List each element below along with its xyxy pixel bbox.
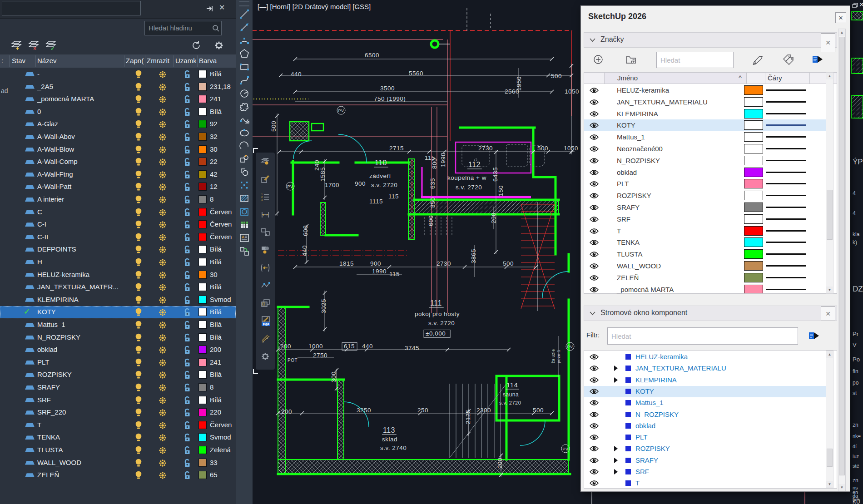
tag-row[interactable]: WALL_WOOD <box>584 260 829 272</box>
layer-lock-icon[interactable] <box>183 183 192 192</box>
layer-color-swatch[interactable] <box>198 308 207 316</box>
layer-on-icon[interactable] <box>134 232 143 242</box>
layer-freeze-icon[interactable] <box>159 258 167 267</box>
visibility-eye-icon[interactable] <box>590 287 599 293</box>
layer-table-header[interactable]: : Stav Název Zapn( Zmrazit Uzamk Barva <box>0 54 236 68</box>
visibility-eye-icon[interactable] <box>590 411 599 418</box>
layer-lock-icon[interactable] <box>183 383 192 392</box>
layer-freeze-icon[interactable] <box>159 196 167 204</box>
layer-freeze-icon[interactable] <box>159 233 167 242</box>
layer-row[interactable]: A-Wall-Blow30 <box>0 143 236 156</box>
visibility-eye-icon[interactable] <box>590 122 599 128</box>
expand-arrow-icon[interactable] <box>614 469 618 474</box>
layer-color-swatch[interactable] <box>198 296 207 304</box>
tag-linetype-sample[interactable] <box>766 101 806 103</box>
visibility-eye-icon[interactable] <box>590 377 599 383</box>
layer-row[interactable]: A-Wall-Ftng42 <box>0 168 236 181</box>
pencil-entity-icon[interactable] <box>256 170 275 188</box>
layer-lock-icon[interactable] <box>183 459 192 468</box>
layer-on-icon[interactable] <box>134 82 143 92</box>
layer-color-swatch[interactable] <box>198 158 207 166</box>
component-tree-row[interactable]: Mattus_1 <box>584 397 829 409</box>
tag-row[interactable]: PLT <box>584 178 829 190</box>
tag-row[interactable]: _pomocná MARTA <box>584 284 829 294</box>
layer-lock-icon[interactable] <box>183 421 192 430</box>
tag-linetype-sample[interactable] <box>766 253 806 255</box>
layer-color-swatch[interactable] <box>198 233 207 241</box>
visibility-eye-icon[interactable] <box>590 87 599 94</box>
layer-on-icon[interactable] <box>134 119 143 129</box>
layer-row[interactable]: -Bílá <box>0 68 236 80</box>
tag-color-swatch[interactable] <box>744 120 763 130</box>
tag-linetype-sample[interactable] <box>766 207 806 208</box>
visibility-eye-icon[interactable] <box>590 111 599 117</box>
visibility-eye-icon[interactable] <box>590 388 599 395</box>
details-arrow-icon[interactable] <box>808 331 820 341</box>
layer-color-swatch[interactable] <box>198 371 207 379</box>
layer-freeze-icon[interactable] <box>159 171 167 179</box>
layer-row[interactable]: HELUZ-keramika30 <box>0 269 236 281</box>
layer-color-swatch[interactable] <box>198 220 207 228</box>
gear-icon[interactable] <box>213 40 224 51</box>
visibility-eye-icon[interactable] <box>590 457 599 464</box>
layer-freeze-icon[interactable] <box>159 296 167 304</box>
layer-freeze-icon[interactable] <box>159 434 167 442</box>
tree-section-header[interactable]: Stromové okno komponent <box>584 306 837 321</box>
component-tree-row[interactable]: SRF <box>584 466 829 478</box>
arc-icon[interactable] <box>236 34 253 47</box>
tree-close-button[interactable]: ✕ <box>821 306 835 321</box>
tag-row[interactable]: TLUSTA <box>584 248 829 260</box>
tag-row[interactable]: KLEMPIRINA <box>584 108 829 120</box>
visibility-eye-icon[interactable] <box>590 134 599 140</box>
text-icon[interactable]: A <box>236 231 253 244</box>
node-edit-icon[interactable] <box>256 277 275 294</box>
layer-row[interactable]: SRFBílá <box>0 394 236 406</box>
tag-row[interactable]: obklad <box>584 167 829 178</box>
visibility-eye-icon[interactable] <box>590 365 599 371</box>
visibility-eye-icon[interactable] <box>590 263 599 269</box>
visibility-eye-icon[interactable] <box>590 239 599 246</box>
layer-lock-icon[interactable] <box>183 208 192 217</box>
layer-on-icon[interactable] <box>134 182 143 192</box>
layer-on-icon[interactable] <box>134 370 143 380</box>
expand-arrow-icon[interactable] <box>614 377 618 383</box>
tag-linetype-sample[interactable] <box>766 289 806 290</box>
layer-row[interactable]: ✓KOTYBílá <box>0 306 236 318</box>
refresh-icon[interactable] <box>191 40 202 51</box>
layer-color-swatch[interactable] <box>198 145 207 153</box>
ellipse-icon[interactable] <box>236 126 253 139</box>
layer-color-swatch[interactable] <box>198 333 207 341</box>
component-tree-row[interactable]: JAN_TEXTURA_MATERIALU <box>584 363 829 374</box>
layer-color-swatch[interactable] <box>198 70 207 78</box>
layer-row[interactable]: Mattus_1Bílá <box>0 319 236 331</box>
layer-row[interactable]: HBílá <box>0 256 236 268</box>
scroll-down-icon[interactable]: ▼ <box>826 287 833 293</box>
component-tree-row[interactable]: SRAFY <box>584 455 829 466</box>
freehand-icon[interactable] <box>236 113 253 126</box>
visibility-eye-icon[interactable] <box>590 423 599 429</box>
window-scrollbar[interactable]: ▲ ▼ <box>838 29 846 491</box>
layer-on-icon[interactable] <box>134 170 143 180</box>
tag-row[interactable]: TENKA <box>584 237 829 248</box>
hatch-icon[interactable] <box>236 192 253 205</box>
layer-on-icon[interactable] <box>134 145 143 155</box>
layer-on-icon[interactable] <box>134 458 143 468</box>
layer-freeze-icon[interactable] <box>159 146 167 154</box>
tag-color-swatch[interactable] <box>744 203 763 212</box>
tag-color-swatch[interactable] <box>744 168 763 177</box>
layer-freeze-icon[interactable] <box>159 283 167 292</box>
layer-freeze-icon[interactable] <box>159 70 167 79</box>
layer-on-icon[interactable] <box>134 358 143 368</box>
layer-row[interactable]: TČerven <box>0 419 236 431</box>
visibility-eye-icon[interactable] <box>590 400 599 406</box>
tag-linetype-sample[interactable] <box>766 113 806 114</box>
layer-lock-icon[interactable] <box>183 346 192 355</box>
layer-row[interactable]: 0Bílá <box>0 106 236 118</box>
layer-freeze-icon[interactable] <box>159 371 167 379</box>
layer-on-icon[interactable] <box>134 333 143 343</box>
chevron-down-icon[interactable] <box>590 311 595 316</box>
layer-on-icon[interactable] <box>134 157 143 167</box>
visibility-eye-icon[interactable] <box>590 354 599 360</box>
visibility-eye-icon[interactable] <box>590 434 599 440</box>
layer-on-icon[interactable] <box>134 470 143 480</box>
